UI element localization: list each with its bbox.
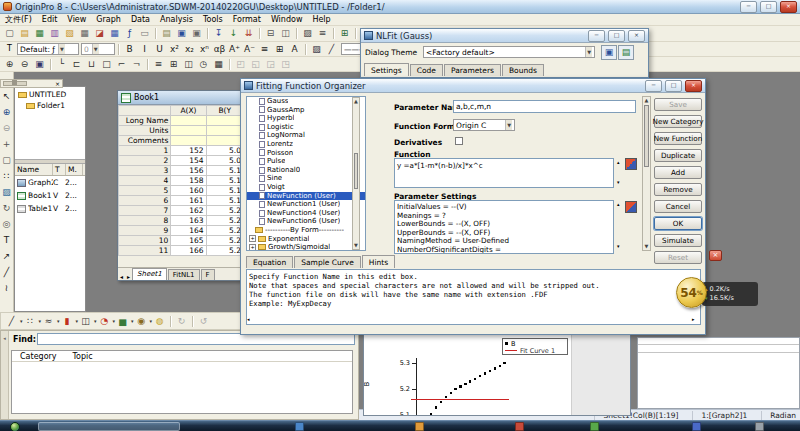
sheet-nav-right-icon[interactable]: ▸ [125, 273, 132, 280]
tab-hints[interactable]: Hints [362, 255, 395, 268]
cell-b[interactable]: 5.2 [206, 206, 243, 216]
subscript-button[interactable]: x₂ [182, 43, 197, 56]
cell-a[interactable]: 164 [171, 226, 206, 236]
axes-top-icon[interactable]: ⌐ [114, 58, 129, 71]
multi-curve-plot-icon[interactable]: ▅ [115, 315, 130, 328]
rotate-tool-icon[interactable]: ↻ [0, 200, 14, 216]
nlfit-title-bar[interactable]: NLFit (Gauss) ─ □ × [361, 29, 648, 43]
font-combo[interactable]: Default: ƒ ▼ [17, 43, 79, 55]
nlfit-restore-button[interactable]: □ [608, 30, 625, 42]
print-icon[interactable]: ⊟ [263, 27, 278, 40]
import-file-icon[interactable]: ↓ [226, 27, 241, 40]
project-explorer-icon[interactable]: ⊞ [337, 27, 352, 40]
menu-edit[interactable]: Edit [37, 14, 63, 25]
scroll-right-icon[interactable]: ▸ [692, 316, 695, 322]
label-cell[interactable] [171, 126, 206, 136]
decrease-font-button[interactable]: A⁻ [242, 43, 257, 56]
cell-a[interactable]: 152 [171, 146, 206, 156]
function-item-gaussamp[interactable]: GaussAmp [247, 106, 365, 115]
text-tool-icon[interactable]: T [0, 232, 14, 248]
start-button[interactable] [10, 422, 20, 431]
chevron-down-icon[interactable]: ▼ [505, 120, 512, 130]
increase-font-button[interactable]: A⁺ [227, 43, 242, 56]
row-label-long-name[interactable]: Long Name [119, 116, 171, 126]
cell-b[interactable]: 5.2 [206, 246, 243, 256]
menu-tools[interactable]: Tools [198, 14, 228, 25]
function-item-growth-sigmoidal[interactable]: +Growth/Sigmoidal [247, 243, 365, 251]
underline-button[interactable]: U [152, 43, 167, 56]
pointer-tool-icon[interactable]: ↖ [0, 88, 14, 104]
cell-a[interactable]: 162 [171, 206, 206, 216]
scatter-plot-icon[interactable]: ∷ [23, 315, 38, 328]
panel-scrollbar[interactable]: ▲▼ [642, 96, 651, 251]
find-column-topic[interactable]: Topic [65, 352, 101, 361]
function-item-pulse[interactable]: Pulse [247, 157, 365, 166]
new-project-icon[interactable]: ▢ [2, 27, 17, 40]
font-color-button[interactable]: A [287, 43, 302, 56]
scroll-up-icon[interactable]: ▴ [617, 201, 620, 207]
panel-grip[interactable]: ◂ [1, 331, 9, 419]
scroll-down-icon[interactable]: ▾ [617, 243, 620, 249]
row-header[interactable]: 4 [119, 176, 171, 186]
code-builder-icon[interactable]: ▨ [300, 27, 315, 40]
row-header[interactable]: 2 [119, 156, 171, 166]
function-item-by-form[interactable]: ----------By Form---------- [247, 226, 365, 235]
align-layers-icon[interactable]: ◰ [233, 58, 248, 71]
pie-plot-icon[interactable]: ◔ [97, 315, 112, 328]
load-theme-button[interactable]: ▤ [618, 45, 634, 60]
cell-b[interactable]: 5.1 [206, 166, 243, 176]
italic-button[interactable]: I [137, 43, 152, 56]
function-item-hyperbl[interactable]: Hyperbl [247, 114, 365, 123]
refresh-button-icon[interactable]: ↺ [196, 315, 211, 328]
cell-b[interactable]: 5.1 [206, 176, 243, 186]
cell-a[interactable]: 165 [171, 236, 206, 246]
cell-b[interactable]: 5.0 [206, 146, 243, 156]
cell-b[interactable]: 5.2 [206, 226, 243, 236]
open-in-code-builder-icon[interactable] [625, 201, 637, 213]
greek-button[interactable]: αβ [212, 43, 227, 56]
distribute-layers-icon[interactable]: ◱ [248, 58, 263, 71]
axes-corner-icon[interactable]: ¬ [129, 58, 144, 71]
align-button[interactable]: ≡ [257, 43, 272, 56]
find-column-category[interactable]: Category [12, 352, 65, 361]
cell-a[interactable]: 160 [171, 186, 206, 196]
sheet-tab-f[interactable]: F [201, 269, 215, 280]
tab-equation[interactable]: Equation [246, 256, 293, 268]
function-item-newfunction6-user[interactable]: NewFunction6 (User) [247, 217, 365, 226]
function-item-poisson[interactable]: Poisson [247, 149, 365, 158]
pinned-app-blue[interactable] [295, 422, 304, 431]
function-item-gauss[interactable]: Gauss [247, 97, 365, 106]
function-item-newfunction1-user[interactable]: NewFunction1 (User) [247, 200, 365, 209]
new-sheet-icon[interactable]: ▦ [211, 58, 226, 71]
pinned-app-gray[interactable] [755, 422, 764, 431]
menu-graph[interactable]: Graph [91, 14, 126, 25]
plot-setup-icon[interactable]: ◉ [134, 315, 149, 328]
simulate-button[interactable]: Simulate [654, 234, 702, 247]
add-layer-icon[interactable]: ⊞ [166, 58, 181, 71]
row-header[interactable]: 8 [119, 216, 171, 226]
row-header[interactable]: 1 [119, 146, 171, 156]
zoom-in-tool-icon[interactable]: ⊕ [0, 104, 14, 120]
expander-icon[interactable]: + [249, 244, 256, 251]
organizer-title-bar[interactable]: Fitting Function Organizer ─ □ × [241, 79, 705, 93]
new-category-button[interactable]: New Category [654, 115, 702, 128]
save-theme-button[interactable]: ▣ [601, 45, 617, 60]
parameter-names-input[interactable]: a,b,c,m,n [453, 100, 636, 113]
reset-button[interactable]: Reset [654, 251, 702, 264]
arrow-tool-icon[interactable]: ↗ [0, 248, 14, 264]
expander-icon[interactable]: + [249, 235, 256, 242]
subsuperscript-button[interactable]: xⁿ [197, 43, 212, 56]
open-excel-icon[interactable]: ▦ [32, 27, 47, 40]
dialog-theme-combo[interactable]: <Factory default> ▼ [423, 46, 595, 58]
cell-a[interactable]: 161 [171, 196, 206, 206]
nlfit-minimize-button[interactable]: ─ [588, 30, 605, 42]
sheet-nav-left-icon[interactable]: ◂ [118, 273, 125, 280]
new-matrix-icon[interactable]: ▦ [107, 27, 122, 40]
border-button[interactable]: ⊞ [272, 43, 287, 56]
row-header[interactable]: 11 [119, 246, 171, 256]
cell-a[interactable]: 154 [171, 156, 206, 166]
axes-box-icon[interactable]: □ [99, 58, 114, 71]
label-cell[interactable] [206, 126, 243, 136]
data-selector-tool-icon[interactable]: ∷ [0, 168, 14, 184]
function-item-lorentz[interactable]: Lorentz [247, 140, 365, 149]
